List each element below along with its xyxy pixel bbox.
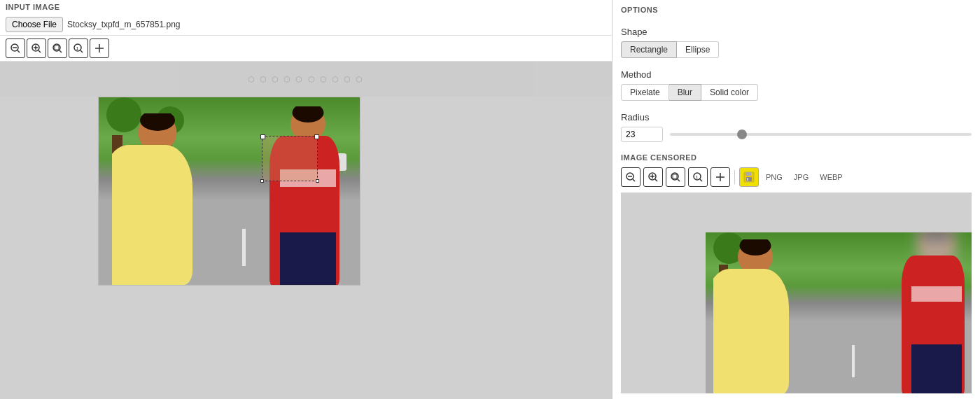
canvas-area[interactable]: ⬡ ⬡ ⬡ ⬡ ⬡ ⬡ ⬡ ⬡ ⬡ ⬡ [0,62,612,399]
format-jpg-button[interactable]: JPG [790,171,813,183]
watermark-area: ⬡ ⬡ ⬡ ⬡ ⬡ ⬡ ⬡ ⬡ ⬡ ⬡ [0,62,612,97]
method-pixelate-button[interactable]: Pixelate [621,84,669,101]
radius-input[interactable] [621,127,663,142]
preview-image-container [706,232,972,393]
options-header: OPTIONS [621,6,972,14]
svg-line-24 [678,179,680,181]
input-image-display [98,97,360,286]
preview-background [706,232,972,393]
preview-zoom-100-button[interactable]: 1 [688,167,708,187]
preview-zoom-crosshair-button[interactable] [710,167,730,187]
svg-line-27 [700,179,702,181]
image-censored-header: IMAGE CENSORED [621,153,972,162]
svg-line-17 [633,179,635,181]
svg-rect-23 [673,174,677,178]
svg-rect-33 [747,178,748,181]
selection-box[interactable] [262,136,318,181]
censored-preview [621,192,972,393]
svg-line-2 [18,50,20,52]
svg-line-21 [655,179,657,181]
shape-rectangle-button[interactable]: Rectangle [621,41,677,58]
method-btn-group: Pixelate Blur Solid color [621,84,972,101]
photo-background [99,97,360,285]
method-label: Method [621,69,972,80]
method-blur-button[interactable]: Blur [669,84,701,101]
preview-zoom-out-button[interactable] [621,167,640,187]
svg-line-6 [38,50,41,52]
preview-zoom-fit-button[interactable] [666,167,685,187]
handle-bl[interactable] [260,179,264,183]
zoom-fit-button[interactable] [48,38,67,58]
file-name: Stocksy_txpfd_m_657851.png [67,20,180,29]
right-panel: OPTIONS Shape Rectangle Ellipse Method P… [612,0,980,399]
format-png-button[interactable]: PNG [762,171,787,183]
shape-label: Shape [621,27,972,37]
censored-toolbar: 1 PNG JPG WEBP [621,167,972,187]
choose-file-button[interactable]: Choose File [6,17,63,32]
zoom-100-button[interactable]: 1 [69,38,88,58]
svg-text:1: 1 [696,175,698,179]
toolbar-divider [734,170,735,184]
method-solidcolor-button[interactable]: Solid color [701,84,758,101]
zoom-bar: 1 [0,36,612,62]
format-webp-button[interactable]: WEBP [816,171,846,183]
radius-label: Radius [621,112,972,122]
zoom-out-button[interactable] [6,38,25,58]
left-panel: INPUT IMAGE Choose File Stocksy_txpfd_m_… [0,0,612,399]
input-image-header: INPUT IMAGE [0,0,612,14]
svg-text:1: 1 [76,46,78,50]
svg-line-12 [80,50,83,52]
zoom-in-button[interactable] [27,38,46,58]
shape-ellipse-button[interactable]: Ellipse [677,41,719,58]
radius-row [621,127,972,142]
preview-zoom-in-button[interactable] [643,167,663,187]
zoom-crosshair-button[interactable] [90,38,109,58]
save-button[interactable] [739,167,759,187]
shape-btn-group: Rectangle Ellipse [621,41,972,58]
radius-slider[interactable] [670,133,972,136]
svg-rect-31 [746,172,751,176]
svg-rect-8 [55,46,59,50]
svg-line-9 [59,50,62,52]
file-bar: Choose File Stocksy_txpfd_m_657851.png [0,14,612,36]
